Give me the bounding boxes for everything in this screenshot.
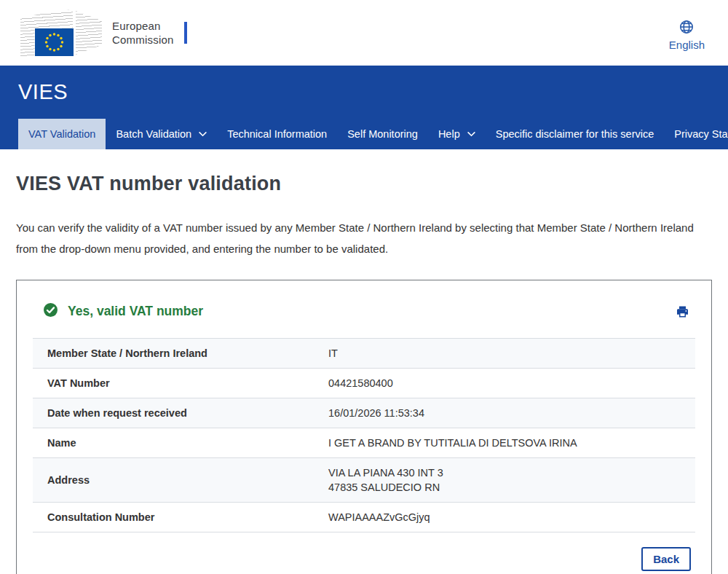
- row-label: Name: [47, 437, 328, 449]
- language-selector[interactable]: English: [669, 20, 705, 51]
- table-row-request-date: Date when request received 16/01/2026 11…: [33, 398, 695, 428]
- nav-tab-label: Batch Validation: [116, 128, 191, 140]
- row-label: Consultation Number: [47, 511, 328, 523]
- globe-icon: [679, 20, 694, 36]
- result-footer: Back: [17, 532, 711, 574]
- table-row-name: Name I GET A BRAND BY TUTITALIA DI DELTS…: [33, 428, 695, 458]
- logo-wordmark: European Commission: [112, 19, 174, 47]
- row-value: VIA LA PIANA 430 INT 3 47835 SALUDECIO R…: [328, 465, 688, 495]
- row-value: WAPIAAAAZvGcGjyq: [328, 510, 688, 524]
- row-value: 04421580400: [328, 376, 688, 390]
- row-value: IT: [328, 346, 688, 361]
- page-title: VIES VAT number validation: [16, 173, 712, 195]
- logo-word-1: European: [112, 19, 174, 33]
- back-button[interactable]: Back: [641, 547, 691, 571]
- main-navigation: VAT Validation Batch Validation Technica…: [18, 119, 728, 149]
- row-label: Address: [47, 474, 328, 486]
- european-commission-logo[interactable]: European Commission: [20, 7, 187, 58]
- nav-tab-specific-disclaimer[interactable]: Specific disclaimer for this service: [486, 119, 665, 149]
- row-value: 16/01/2026 11:53:34: [328, 406, 688, 420]
- table-row-address: Address VIA LA PIANA 430 INT 3 47835 SAL…: [33, 458, 695, 503]
- print-icon[interactable]: [676, 305, 689, 318]
- logo-lines-right: [76, 11, 102, 55]
- nav-tab-label: Help: [438, 128, 460, 140]
- table-row-consultation-number: Consultation Number WAPIAAAAZvGcGjyq: [33, 503, 695, 532]
- page-description: You can verify the validity of a VAT num…: [16, 217, 709, 259]
- chevron-down-icon: [467, 132, 475, 137]
- logo-word-2: Commission: [112, 33, 174, 47]
- nav-tab-technical-information[interactable]: Technical Information: [217, 119, 337, 149]
- row-label: Date when request received: [47, 407, 328, 419]
- nav-tab-label: Specific disclaimer for this service: [496, 128, 654, 140]
- nav-tab-label: Self Monitoring: [347, 128, 418, 140]
- table-row-member-state: Member State / Northern Ireland IT: [33, 339, 695, 369]
- validation-result-card: Yes, valid VAT number Member State / Nor…: [16, 280, 712, 574]
- nav-tab-help[interactable]: Help: [428, 119, 486, 149]
- logo-divider-bar: [184, 22, 187, 44]
- app-banner: VIES VAT Validation Batch Validation Tec…: [0, 66, 728, 149]
- nav-tab-privacy-statement[interactable]: Privacy Statement: [664, 119, 728, 149]
- language-label: English: [669, 39, 705, 51]
- main-content: VIES VAT number validation You can verif…: [0, 149, 728, 574]
- eu-flag-icon: [35, 28, 74, 56]
- row-label: Member State / Northern Ireland: [47, 347, 328, 359]
- nav-tab-label: Technical Information: [227, 128, 327, 140]
- result-header: Yes, valid VAT number: [17, 280, 711, 334]
- status-text: Yes, valid VAT number: [68, 304, 203, 319]
- site-header: European Commission English: [0, 0, 728, 66]
- nav-tab-vat-validation[interactable]: VAT Validation: [18, 119, 106, 149]
- nav-tab-label: VAT Validation: [28, 128, 95, 140]
- table-row-vat-number: VAT Number 04421580400: [33, 369, 695, 398]
- nav-tab-batch-validation[interactable]: Batch Validation: [106, 119, 217, 149]
- nav-tab-self-monitoring[interactable]: Self Monitoring: [337, 119, 428, 149]
- validation-status: Yes, valid VAT number: [43, 302, 203, 321]
- app-title: VIES: [0, 66, 728, 104]
- chevron-down-icon: [199, 132, 207, 137]
- result-table: Member State / Northern Ireland IT VAT N…: [33, 338, 695, 532]
- nav-tab-label: Privacy Statement: [674, 128, 728, 140]
- row-value: I GET A BRAND BY TUTITALIA DI DELTSOVA I…: [328, 436, 688, 450]
- ec-logo-mark: [20, 8, 102, 58]
- row-label: VAT Number: [47, 377, 328, 389]
- check-circle-icon: [43, 302, 58, 321]
